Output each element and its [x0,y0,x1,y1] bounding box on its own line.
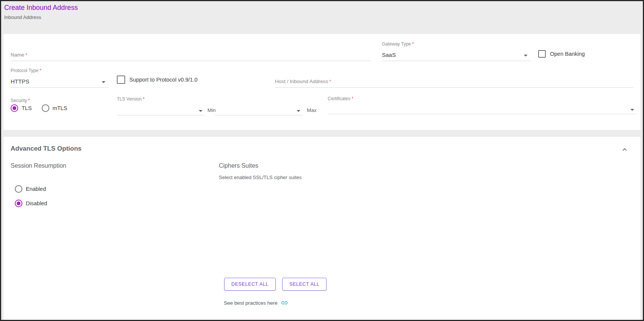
support-protocol-checkbox[interactable]: Support to Protocol v0.9/1.0 [117,76,198,84]
page-header: Create Inbound Address Inbound Address [4,3,78,20]
tls-version-label: TLS Version* [117,95,145,102]
advanced-tls-options-card: Advanced TLS Options Session Resumption … [3,136,641,320]
security-label: Security* [11,97,30,104]
page-title: Create Inbound Address [4,3,78,12]
session-resumption-title: Session Resumption [11,162,66,169]
gateway-type-select[interactable]: Gateway Type* SaaS [382,41,531,61]
tls-version-max-select[interactable] [215,102,303,115]
cipher-buttons-row: DESELECT ALL SELECT ALL [224,278,327,291]
radio-disabled[interactable]: Disabled [15,200,47,207]
best-practices-link[interactable]: See best practices here [224,299,288,307]
support-protocol-label: Support to Protocol v0.9/1.0 [129,77,198,83]
dropdown-arrow-icon [102,81,105,83]
ciphers-suites-title: Ciphers Suites [219,162,258,169]
gateway-type-value: SaaS [382,52,531,58]
open-banking-label: Open Banking [550,51,585,57]
required-asterisk: * [352,96,353,101]
required-asterisk: * [143,96,145,102]
open-banking-checkbox[interactable]: Open Banking [538,50,585,58]
radio-mtls-label: mTLS [53,105,68,111]
host-inbound-address-field[interactable]: Host / Inbound Address* [275,73,634,88]
checkbox-icon [117,76,125,84]
dropdown-arrow-icon [630,109,634,111]
radio-selected-icon [15,200,22,207]
dropdown-arrow-icon [297,110,300,112]
dropdown-arrow-icon [199,110,203,112]
best-practices-text: See best practices here [224,300,278,306]
radio-unselected-icon [15,185,22,193]
breadcrumb: Inbound Address [4,14,78,20]
protocol-type-value: HTTPS [11,78,108,85]
radio-unselected-icon [42,104,49,112]
create-inbound-address-window: Create Inbound Address Inbound Address N… [0,0,644,321]
gateway-type-label: Gateway Type* [382,41,531,47]
deselect-all-button[interactable]: DESELECT ALL [224,278,276,291]
link-icon [281,299,288,307]
radio-enabled[interactable]: Enabled [15,185,46,193]
required-asterisk: * [39,68,41,73]
required-asterisk: * [25,52,27,58]
protocol-type-label: Protocol Type* [11,68,108,73]
security-radio-group: TLS mTLS [11,104,67,112]
name-label: Name* [11,52,27,58]
radio-disabled-label: Disabled [26,200,47,206]
advanced-tls-options-title: Advanced TLS Options [11,145,82,153]
required-asterisk: * [28,98,30,103]
checkbox-icon [538,50,546,58]
required-asterisk: * [412,41,414,47]
select-all-button[interactable]: SELECT ALL [282,278,327,291]
max-caption: Max [307,107,317,113]
radio-mtls[interactable]: mTLS [42,104,68,112]
required-asterisk: * [329,79,331,84]
radio-selected-icon [11,104,18,112]
radio-enabled-label: Enabled [26,186,46,192]
radio-tls-label: TLS [22,105,32,111]
name-field[interactable]: Name* [11,47,371,61]
collapse-section-button[interactable] [620,145,629,154]
basic-settings-card: Name* Gateway Type* SaaS Open Banking Pr… [3,33,641,131]
radio-tls[interactable]: TLS [11,104,32,112]
protocol-type-select[interactable]: Protocol Type* HTTPS [11,68,108,88]
ciphers-suites-subtitle: Select enabled SSL/TLS cipher suites [219,175,302,180]
host-label: Host / Inbound Address* [275,79,331,84]
chevron-up-icon [621,146,628,153]
tls-version-min-select[interactable] [117,102,205,115]
dropdown-arrow-icon [524,55,528,57]
certificates-select[interactable] [328,101,636,114]
